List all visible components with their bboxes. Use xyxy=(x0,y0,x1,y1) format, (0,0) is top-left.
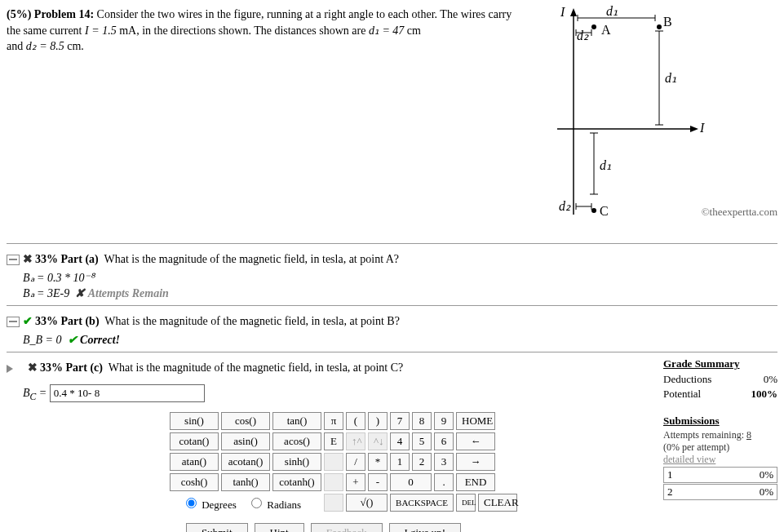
feedback-button: Feedback xyxy=(311,523,383,532)
fn-cotanh[interactable]: cotanh() xyxy=(272,473,321,491)
degrees-radio[interactable]: Degrees xyxy=(182,499,237,511)
nav-end[interactable]: END xyxy=(456,473,495,491)
svg-point-6 xyxy=(591,208,596,213)
copyright-label: ©theexpertta.com xyxy=(702,206,777,219)
fn-acotan[interactable]: acotan() xyxy=(221,453,270,471)
part-a-header: ✖ 33% Part (a) What is the magnitude of … xyxy=(7,249,777,269)
fn-cos[interactable]: cos() xyxy=(221,412,270,430)
answer-input[interactable] xyxy=(50,384,205,402)
check-icon: ✔ xyxy=(68,334,78,346)
num-6[interactable]: 6 xyxy=(434,432,454,450)
num-8[interactable]: 8 xyxy=(412,412,432,430)
sym-minus[interactable]: - xyxy=(368,473,388,491)
submissions-title: Submissions xyxy=(663,415,777,428)
status-x-icon: ✖ xyxy=(28,361,38,374)
svg-point-4 xyxy=(591,24,596,29)
fn-atan[interactable]: atan() xyxy=(170,453,219,471)
part-a-answer-1: Bₐ = 0.3 * 10⁻⁸ xyxy=(23,271,777,285)
nav-del[interactable]: DEL xyxy=(456,494,476,512)
sym-sup: ↑^ xyxy=(346,432,365,450)
sym-sqrt[interactable]: √() xyxy=(346,494,388,512)
nav-clear[interactable]: CLEAR xyxy=(478,494,517,512)
sym-lparen[interactable]: ( xyxy=(346,412,365,430)
nav-backspace[interactable]: BACKSPACE xyxy=(390,494,454,512)
sym-pi[interactable]: π xyxy=(324,412,343,430)
sym-rparen[interactable]: ) xyxy=(368,412,388,430)
num-0[interactable]: 0 xyxy=(390,473,432,491)
nav-left[interactable]: ← xyxy=(456,432,495,450)
sym-plus[interactable]: + xyxy=(346,473,365,491)
part-c-header: ✖ 33% Part (c) What is the magnitude of … xyxy=(7,357,647,378)
sym-dot[interactable]: . xyxy=(434,473,454,491)
keypad: sin() cos() tan() π ( ) 7 8 9 HOME cotan… xyxy=(170,412,647,512)
detailed-view-link[interactable]: detailed view xyxy=(663,454,777,466)
blank xyxy=(324,453,343,471)
fn-asin[interactable]: asin() xyxy=(221,432,270,450)
sym-div[interactable]: / xyxy=(346,453,365,471)
blank xyxy=(324,473,343,491)
expand-icon[interactable] xyxy=(7,365,24,373)
submission-row: 2 0% xyxy=(663,484,777,500)
problem-statement: (5%) Problem 14: Consider the two wires … xyxy=(7,7,516,235)
hint-button[interactable]: Hint xyxy=(255,523,304,532)
svg-point-5 xyxy=(657,24,662,29)
fn-cotan[interactable]: cotan() xyxy=(170,432,219,450)
part-b-header: ✔ 33% Part (b) What is the magnitude of … xyxy=(7,311,777,331)
fn-cosh[interactable]: cosh() xyxy=(170,473,219,491)
nav-home[interactable]: HOME xyxy=(456,412,495,430)
num-3[interactable]: 3 xyxy=(434,453,454,471)
num-7[interactable]: 7 xyxy=(390,412,410,430)
sym-mul[interactable]: * xyxy=(368,453,388,471)
blank xyxy=(324,494,343,512)
sym-E[interactable]: E xyxy=(324,432,343,450)
num-4[interactable]: 4 xyxy=(390,432,410,450)
giveup-button[interactable]: I give up! xyxy=(389,523,462,532)
fn-sinh[interactable]: sinh() xyxy=(272,453,321,471)
check-icon: ✔ xyxy=(23,315,33,327)
collapse-icon[interactable] xyxy=(7,255,20,265)
x-icon: ✘ xyxy=(75,287,85,299)
part-b-answer: B_B = 0 ✔ Correct! xyxy=(23,333,777,347)
num-1[interactable]: 1 xyxy=(390,453,410,471)
fn-acos[interactable]: acos() xyxy=(272,432,321,450)
nav-right[interactable]: → xyxy=(456,453,495,471)
fn-tanh[interactable]: tanh() xyxy=(221,473,270,491)
sym-sub: ^↓ xyxy=(368,432,388,450)
num-2[interactable]: 2 xyxy=(412,453,432,471)
status-x-icon: ✖ xyxy=(23,253,33,265)
part-a-answer-2: Bₐ = 3E-9 ✘ ✘ Attempts Remain Attempts R… xyxy=(23,286,777,300)
fn-tan[interactable]: tan() xyxy=(272,412,321,430)
submit-button[interactable]: Submit xyxy=(186,523,248,532)
submission-row: 1 0% xyxy=(663,467,777,483)
num-9[interactable]: 9 xyxy=(434,412,454,430)
svg-marker-3 xyxy=(690,126,698,132)
grade-summary-title: Grade Summary xyxy=(663,357,777,370)
answer-variable: BC = xyxy=(23,387,50,399)
problem-figure: I d₁ B A d₂ d₁ I d₁ d₂ C ©theexpertta.co… xyxy=(533,7,777,235)
grade-sidebar: Grade Summary Deductions 0% Potential 10… xyxy=(663,357,777,500)
fn-sin[interactable]: sin() xyxy=(170,412,219,430)
collapse-icon[interactable] xyxy=(7,317,20,327)
svg-marker-1 xyxy=(570,8,577,16)
problem-label: (5%) Problem 14: xyxy=(7,8,94,20)
radians-radio[interactable]: Radians xyxy=(247,499,301,511)
num-5[interactable]: 5 xyxy=(412,432,432,450)
